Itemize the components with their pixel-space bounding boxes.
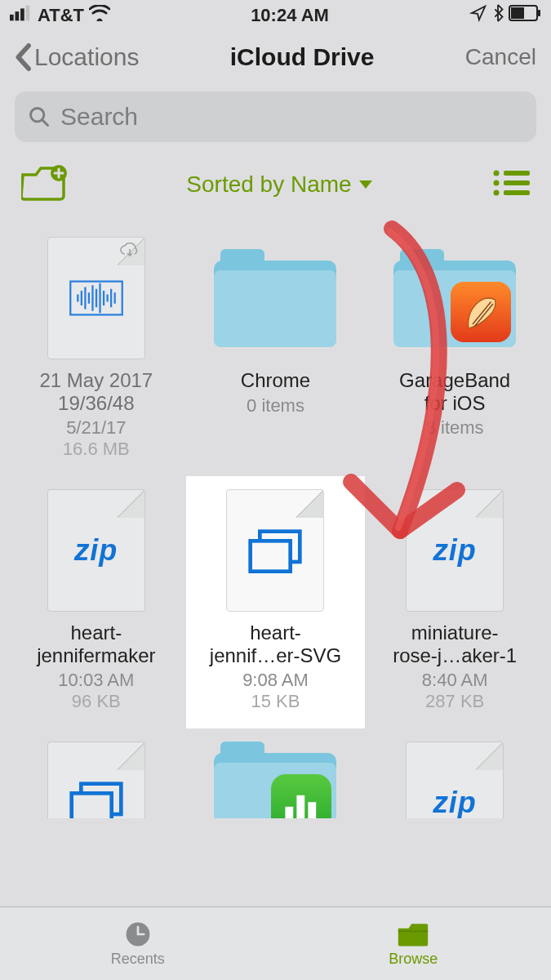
svg-rect-11 xyxy=(504,171,530,176)
list-view-button[interactable] xyxy=(492,169,530,200)
file-size: 96 KB xyxy=(72,691,121,712)
images-icon xyxy=(68,780,125,818)
battery-icon xyxy=(509,5,541,26)
file-date: 10:03 AM xyxy=(58,670,134,691)
svg-file-icon xyxy=(47,742,145,818)
tab-label: Recents xyxy=(111,951,165,968)
folder-item[interactable]: GarageBand for iOS 3 items xyxy=(365,224,544,476)
file-icon xyxy=(47,237,145,359)
search-placeholder: Search xyxy=(60,103,138,131)
folder-name: Chrome xyxy=(241,369,310,392)
svg-point-12 xyxy=(493,180,499,186)
svg-rect-20 xyxy=(251,541,291,572)
svg-rect-13 xyxy=(504,180,530,185)
nav-bar: Locations iCloud Drive Cancel xyxy=(0,31,551,83)
location-icon xyxy=(469,4,487,27)
sort-label: Sorted by Name xyxy=(186,172,351,198)
back-button[interactable]: Locations xyxy=(15,43,139,71)
folder-icon xyxy=(214,249,336,347)
file-item[interactable]: zip xyxy=(365,728,544,818)
svg-rect-22 xyxy=(71,794,111,819)
sort-button[interactable]: Sorted by Name xyxy=(186,172,372,198)
wifi-icon xyxy=(89,5,110,26)
search-field[interactable]: Search xyxy=(15,91,536,142)
file-name-line2: 19/36/48 xyxy=(58,392,134,415)
cloud-download-icon xyxy=(120,243,140,259)
file-date: 9:08 AM xyxy=(242,670,309,691)
carrier-label: AT&T xyxy=(38,5,84,26)
tab-bar: Recents Browse xyxy=(0,906,551,980)
audio-waveform-icon xyxy=(69,279,124,317)
cancel-button[interactable]: Cancel xyxy=(465,44,536,70)
file-item[interactable]: zip heart- jennifermaker 10:03 AM 96 KB xyxy=(7,476,186,728)
svg-rect-3 xyxy=(26,6,30,21)
svg-rect-6 xyxy=(538,10,540,16)
svg-rect-5 xyxy=(511,7,524,19)
svg-rect-24 xyxy=(297,795,305,818)
folder-count: 3 items xyxy=(426,417,484,439)
file-item[interactable]: 21 May 2017 19/36/48 5/21/17 16.6 MB xyxy=(7,224,186,476)
file-name: miniature- xyxy=(411,621,499,644)
folder-plus-icon xyxy=(21,165,67,201)
file-size: 15 KB xyxy=(251,691,300,712)
svg-point-14 xyxy=(493,190,499,196)
file-item-selected[interactable]: heart- jennif…er-SVG 9:08 AM 15 KB xyxy=(186,476,366,728)
folder-icon xyxy=(397,920,429,949)
list-icon xyxy=(492,169,530,197)
zip-file-icon: zip xyxy=(406,742,504,818)
numbers-icon xyxy=(271,774,331,818)
garageband-icon xyxy=(451,282,511,342)
back-label: Locations xyxy=(34,43,139,71)
tab-label: Browse xyxy=(389,951,438,968)
chevron-left-icon xyxy=(15,43,31,71)
tab-browse[interactable]: Browse xyxy=(276,907,552,980)
file-date: 8:40 AM xyxy=(422,670,488,691)
file-grid: 21 May 2017 19/36/48 5/21/17 16.6 MB Chr… xyxy=(0,217,551,818)
file-size: 16.6 MB xyxy=(63,439,130,460)
zip-file-icon: zip xyxy=(406,489,504,612)
status-bar: AT&T 10:24 AM xyxy=(0,0,551,31)
chevron-down-icon xyxy=(358,179,373,190)
clock: 10:24 AM xyxy=(251,5,329,26)
svg-rect-15 xyxy=(504,190,530,195)
folder-icon xyxy=(214,742,336,818)
svg-rect-25 xyxy=(309,803,317,819)
folder-icon xyxy=(393,249,516,347)
clock-icon xyxy=(122,920,154,949)
folder-item[interactable] xyxy=(186,728,366,818)
file-name-line2: jennifermaker xyxy=(37,644,155,667)
svg-rect-1 xyxy=(16,11,20,20)
folder-item[interactable]: Chrome 0 items xyxy=(186,224,366,476)
folder-name: GarageBand xyxy=(399,369,510,392)
svg-rect-0 xyxy=(10,15,14,20)
file-name-line2: jennif…er-SVG xyxy=(210,644,341,667)
new-folder-button[interactable] xyxy=(21,165,67,204)
file-date: 5/21/17 xyxy=(66,417,126,439)
toolbar: Sorted by Name xyxy=(0,157,551,217)
file-size: 287 KB xyxy=(425,691,484,712)
file-name: heart- xyxy=(70,621,122,644)
tab-recents[interactable]: Recents xyxy=(0,907,276,980)
file-item[interactable] xyxy=(7,728,186,818)
file-name-line2: rose-j…aker-1 xyxy=(393,644,517,667)
svg-point-10 xyxy=(493,171,499,176)
svg-rect-23 xyxy=(286,807,294,818)
svg-file-icon xyxy=(226,489,324,612)
bluetooth-icon xyxy=(492,4,504,27)
images-icon xyxy=(247,528,304,573)
file-name: 21 May 2017 xyxy=(39,369,153,392)
svg-rect-2 xyxy=(20,8,24,20)
file-item[interactable]: zip miniature- rose-j…aker-1 8:40 AM 287… xyxy=(365,476,544,728)
folder-count: 0 items xyxy=(247,395,304,416)
signal-icon xyxy=(10,5,33,26)
folder-name-line2: for iOS xyxy=(424,392,486,415)
search-icon xyxy=(28,105,51,128)
file-name: heart- xyxy=(250,621,301,644)
svg-line-8 xyxy=(42,120,48,126)
page-title: iCloud Drive xyxy=(230,43,375,71)
zip-file-icon: zip xyxy=(47,489,145,612)
